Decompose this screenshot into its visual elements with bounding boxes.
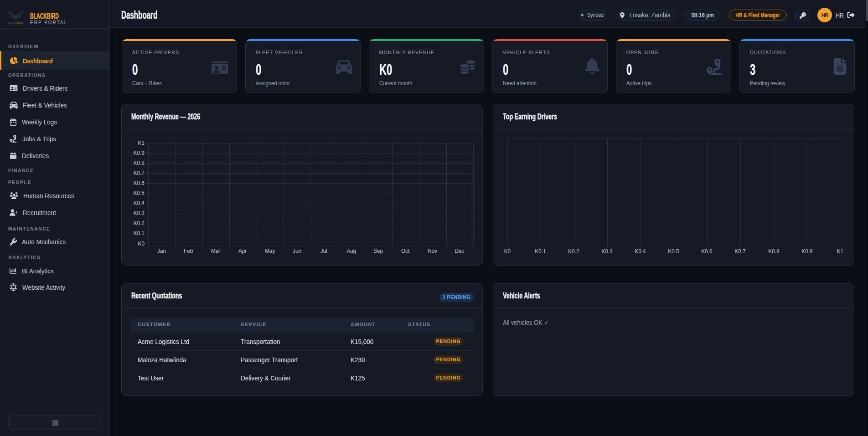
svg-text:LOGISTICS: LOGISTICS [10,25,21,26]
svg-text:BLACKBIRD: BLACKBIRD [8,22,23,25]
